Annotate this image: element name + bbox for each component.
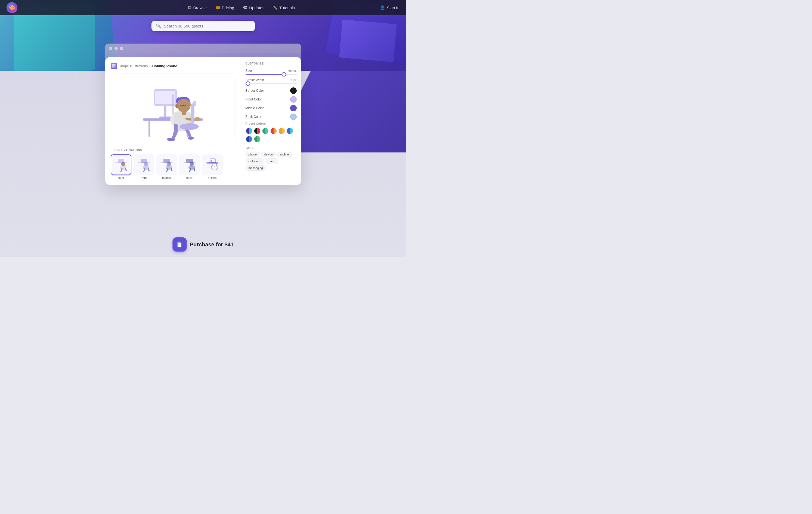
nav-browse-label: Browse xyxy=(193,5,207,10)
preset-item-back[interactable]: back xyxy=(179,154,200,180)
preset-thumb-outline xyxy=(202,154,223,175)
breadcrumb-parent[interactable]: Shape Illustrations xyxy=(119,64,148,68)
tags-label: TAGS xyxy=(245,146,297,150)
nav-pricing[interactable]: 💳 Pricing xyxy=(215,5,234,10)
browser-dot-red xyxy=(109,47,112,50)
breadcrumb-current: Holding Phone xyxy=(152,64,177,68)
preset-item-front[interactable]: front xyxy=(134,154,154,180)
back-color-swatch[interactable] xyxy=(290,113,297,120)
svg-rect-39 xyxy=(183,163,196,163)
search-icon: 🔍 xyxy=(156,23,161,29)
preset-name-middle: middle xyxy=(162,176,171,180)
svg-rect-3 xyxy=(114,66,116,67)
nav-pricing-label: Pricing xyxy=(222,5,234,10)
stroke-width-slider-track[interactable] xyxy=(245,83,297,84)
front-color-row: Front Color xyxy=(245,96,297,103)
size-value: 600 px xyxy=(287,69,296,73)
stroke-width-slider-thumb[interactable] xyxy=(246,81,250,86)
preset-item-color[interactable]: color xyxy=(111,154,132,180)
border-color-swatch[interactable] xyxy=(290,87,297,94)
preset-color-6[interactable] xyxy=(286,128,293,134)
size-label: Size xyxy=(245,69,252,73)
svg-rect-41 xyxy=(186,159,193,163)
svg-rect-31 xyxy=(141,159,147,163)
nav-tutorials[interactable]: ✏️ Tutorials xyxy=(273,5,295,10)
svg-rect-34 xyxy=(161,163,173,163)
tag-cellphone[interactable]: cellphone xyxy=(245,158,264,164)
tutorials-icon: ✏️ xyxy=(273,5,278,10)
middle-color-swatch[interactable] xyxy=(290,105,297,111)
logo-icon: 🎨 xyxy=(9,4,16,11)
front-color-swatch[interactable] xyxy=(290,96,297,103)
preset-name-outline: outline xyxy=(208,176,216,180)
search-input[interactable] xyxy=(164,24,251,28)
customize-title: CUSTOMIZE xyxy=(245,62,297,65)
preset-color-4[interactable] xyxy=(270,128,277,134)
nav-browse[interactable]: 🖼 Browse xyxy=(187,5,207,10)
preset-color-8[interactable] xyxy=(254,136,261,143)
purchase-bar: 📋 Purchase for $41 xyxy=(172,237,234,251)
tag-device[interactable]: device xyxy=(261,152,276,157)
preset-color-2[interactable] xyxy=(254,128,261,134)
svg-rect-1 xyxy=(114,64,116,65)
middle-color-row: Middle Color xyxy=(245,105,297,111)
preset-item-middle[interactable]: middle xyxy=(156,154,177,180)
svg-rect-0 xyxy=(112,64,114,65)
stroke-width-control: Stroke Width 1 px xyxy=(245,78,297,84)
size-slider-track[interactable] xyxy=(245,74,297,75)
svg-point-18 xyxy=(175,104,178,108)
tags-row: phone device mobile cellphone hand messa… xyxy=(245,152,297,171)
pricing-icon: 💳 xyxy=(215,5,220,10)
purchase-label[interactable]: Purchase for $41 xyxy=(190,242,234,248)
preset-colors-label: Preset Colors xyxy=(245,122,297,125)
illustration-area xyxy=(111,74,235,144)
logo[interactable]: 🎨 xyxy=(6,2,18,13)
signin-label: Sign In xyxy=(387,5,400,10)
preset-name-front: front xyxy=(141,176,147,180)
stroke-width-value: 1 px xyxy=(291,78,297,82)
signin-button[interactable]: 👤 Sign In xyxy=(380,5,400,10)
middle-color-label: Middle Color xyxy=(245,106,264,110)
preset-color-1[interactable] xyxy=(245,128,253,134)
svg-rect-26 xyxy=(118,159,124,163)
hero-shape-2 xyxy=(339,20,397,62)
preset-thumb-front xyxy=(134,154,154,175)
preset-color-5[interactable] xyxy=(278,128,285,134)
nav-updates[interactable]: 💬 Updates xyxy=(243,5,264,10)
preset-variations-label: PRESET VARIATIONS xyxy=(111,148,235,152)
border-color-label: Border Color xyxy=(245,89,264,92)
browser-titlebar xyxy=(105,44,301,53)
svg-rect-19 xyxy=(182,111,186,115)
back-color-label: Back Color xyxy=(245,115,262,119)
breadcrumb: Shape Illustrations › Holding Phone xyxy=(111,63,235,69)
front-color-label: Front Color xyxy=(245,98,262,101)
main-illustration xyxy=(132,76,214,141)
size-slider-thumb[interactable] xyxy=(282,72,286,77)
svg-rect-5 xyxy=(148,120,150,137)
preset-item-outline[interactable]: outline xyxy=(202,154,223,180)
tag-phone[interactable]: phone xyxy=(245,152,260,157)
svg-rect-20 xyxy=(191,104,195,125)
signin-icon: 👤 xyxy=(380,5,385,10)
svg-rect-24 xyxy=(115,163,127,163)
svg-rect-29 xyxy=(138,163,150,163)
tag-messaging[interactable]: messaging xyxy=(245,165,266,171)
browser-dot-yellow xyxy=(115,47,118,50)
back-color-row: Back Color xyxy=(245,113,297,120)
navbar: 🎨 🖼 Browse 💳 Pricing 💬 Updates ✏️ Tutori… xyxy=(0,0,406,15)
svg-rect-45 xyxy=(211,160,211,163)
nav-tutorials-label: Tutorials xyxy=(279,5,295,10)
breadcrumb-icon xyxy=(111,63,117,69)
purchase-icon-glyph: 📋 xyxy=(176,241,183,248)
svg-rect-36 xyxy=(164,159,170,163)
left-panel: Shape Illustrations › Holding Phone xyxy=(105,57,241,185)
right-panel: CUSTOMIZE Size 600 px Stroke Width 1 px xyxy=(241,57,301,185)
preset-color-7[interactable] xyxy=(245,136,253,143)
tag-mobile[interactable]: mobile xyxy=(277,152,292,157)
tag-hand[interactable]: hand xyxy=(266,158,278,164)
border-color-row: Border Color xyxy=(245,87,297,94)
preset-color-3[interactable] xyxy=(262,128,269,134)
svg-point-14 xyxy=(187,137,194,140)
preset-name-color: color xyxy=(118,176,124,180)
preset-thumb-back xyxy=(179,154,200,175)
